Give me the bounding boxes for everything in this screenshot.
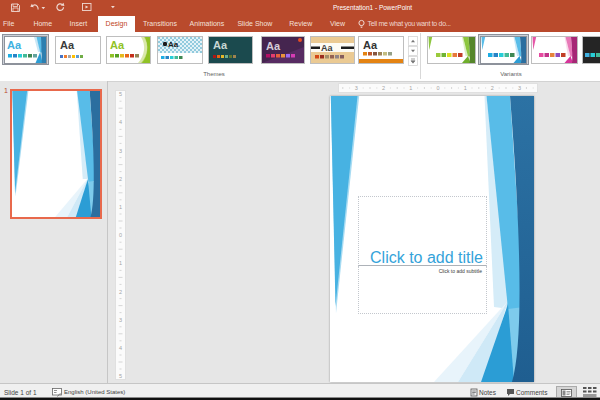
svg-text:3: 3 xyxy=(119,317,122,323)
svg-text:2: 2 xyxy=(491,85,494,91)
svg-text:Aa: Aa xyxy=(321,43,333,53)
svg-text:1: 1 xyxy=(119,260,122,266)
svg-text:2: 2 xyxy=(119,176,122,182)
svg-text:1: 1 xyxy=(409,85,412,91)
svg-text:0: 0 xyxy=(119,232,122,238)
svg-text:Aa: Aa xyxy=(7,39,22,51)
svg-text:2: 2 xyxy=(382,85,385,91)
svg-text:1: 1 xyxy=(119,204,122,210)
svg-text:4: 4 xyxy=(119,119,122,125)
svg-text:3: 3 xyxy=(355,85,358,91)
svg-text:Aa: Aa xyxy=(110,39,125,51)
svg-text:5: 5 xyxy=(119,373,122,379)
svg-text:Aa: Aa xyxy=(266,40,281,52)
svg-text:2: 2 xyxy=(119,289,122,295)
svg-text:1: 1 xyxy=(464,85,467,91)
svg-text:0: 0 xyxy=(436,85,439,91)
svg-text:Aa: Aa xyxy=(363,39,378,51)
svg-text:3: 3 xyxy=(518,85,521,91)
svg-text:5: 5 xyxy=(119,91,122,97)
svg-text:4: 4 xyxy=(119,345,122,351)
svg-text:3: 3 xyxy=(119,148,122,154)
svg-text:Aa: Aa xyxy=(168,40,179,49)
